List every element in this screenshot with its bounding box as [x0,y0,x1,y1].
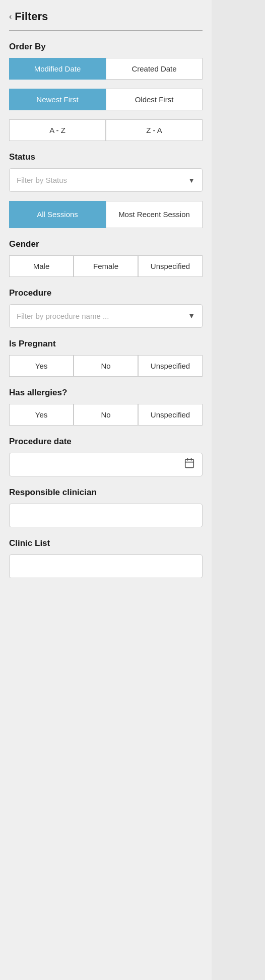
procedure-label: Procedure [9,288,203,298]
gender-label: Gender [9,239,203,249]
clinic-list-section: Clinic List [9,538,203,578]
pregnant-yes-button[interactable]: Yes [9,355,74,377]
procedure-date-section: Procedure date [9,437,203,476]
order-by-label: Order By [9,42,203,52]
most-recent-session-button[interactable]: Most Recent Session [106,201,203,228]
status-label: Status [9,152,203,162]
responsible-clinician-section: Responsible clinician [9,487,203,527]
allergies-yes-button[interactable]: Yes [9,404,74,426]
gender-section: Gender Male Female Unspecified [9,239,203,277]
oldest-first-button[interactable]: Oldest First [106,89,203,110]
order-by-alpha-group: A - Z Z - A [9,119,203,141]
procedure-dropdown-wrapper: Filter by procedure name ... ▼ [9,304,203,328]
responsible-clinician-label: Responsible clinician [9,487,203,498]
created-date-button[interactable]: Created Date [106,58,203,80]
z-a-button[interactable]: Z - A [106,119,203,141]
is-pregnant-label: Is Pregnant [9,339,203,349]
has-allergies-section: Has allergies? Yes No Unspecified [9,388,203,426]
filters-panel: ‹ Filters Order By Modified Date Created… [0,0,212,980]
female-button[interactable]: Female [74,255,138,277]
all-sessions-button[interactable]: All Sessions [9,201,106,228]
male-button[interactable]: Male [9,255,74,277]
newest-first-button[interactable]: Newest First [9,89,106,110]
status-dropdown-wrapper: Filter by Status ▼ [9,168,203,192]
has-allergies-group: Yes No Unspecified [9,404,203,426]
status-dropdown[interactable]: Filter by Status [10,169,202,191]
has-allergies-label: Has allergies? [9,388,203,398]
filters-header: ‹ Filters [9,10,203,23]
clinic-list-input[interactable] [9,554,203,578]
page-title: Filters [15,10,48,23]
allergies-no-button[interactable]: No [74,404,138,426]
header-divider [9,30,203,31]
responsible-clinician-input[interactable] [9,504,203,527]
gender-unspecified-button[interactable]: Unspecified [138,255,203,277]
pregnant-unspecified-button[interactable]: Unspecified [138,355,203,377]
pregnant-no-button[interactable]: No [74,355,138,377]
status-section: Status Filter by Status ▼ All Sessions M… [9,152,203,228]
procedure-section: Procedure Filter by procedure name ... ▼ [9,288,203,328]
order-by-date-group: Modified Date Created Date [9,58,203,80]
is-pregnant-group: Yes No Unspecified [9,355,203,377]
back-arrow[interactable]: ‹ [9,12,12,21]
procedure-date-label: Procedure date [9,437,203,447]
gender-group: Male Female Unspecified [9,255,203,277]
a-z-button[interactable]: A - Z [9,119,106,141]
order-by-direction-group: Newest First Oldest First [9,89,203,110]
modified-date-button[interactable]: Modified Date [9,58,106,80]
procedure-date-input[interactable] [10,453,202,476]
order-by-section: Order By Modified Date Created Date Newe… [9,42,203,141]
clinic-list-label: Clinic List [9,538,203,548]
session-group: All Sessions Most Recent Session [9,201,203,228]
allergies-unspecified-button[interactable]: Unspecified [138,404,203,426]
procedure-date-wrapper [9,453,203,476]
is-pregnant-section: Is Pregnant Yes No Unspecified [9,339,203,377]
procedure-dropdown[interactable]: Filter by procedure name ... [10,305,202,327]
